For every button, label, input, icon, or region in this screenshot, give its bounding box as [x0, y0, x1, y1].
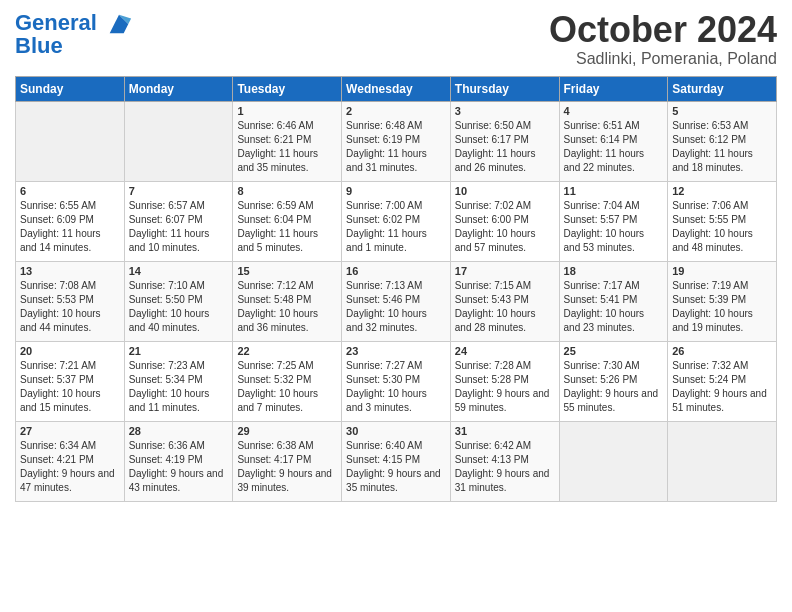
day-number: 4	[564, 105, 664, 117]
week-row-4: 20Sunrise: 7:21 AMSunset: 5:37 PMDayligh…	[16, 341, 777, 421]
day-info: Sunrise: 6:48 AMSunset: 6:19 PMDaylight:…	[346, 119, 446, 175]
calendar-cell: 8Sunrise: 6:59 AMSunset: 6:04 PMDaylight…	[233, 181, 342, 261]
calendar-cell: 2Sunrise: 6:48 AMSunset: 6:19 PMDaylight…	[342, 101, 451, 181]
day-number: 12	[672, 185, 772, 197]
day-info: Sunrise: 6:53 AMSunset: 6:12 PMDaylight:…	[672, 119, 772, 175]
calendar-cell	[16, 101, 125, 181]
day-info: Sunrise: 7:23 AMSunset: 5:34 PMDaylight:…	[129, 359, 229, 415]
calendar-cell: 23Sunrise: 7:27 AMSunset: 5:30 PMDayligh…	[342, 341, 451, 421]
calendar-cell: 5Sunrise: 6:53 AMSunset: 6:12 PMDaylight…	[668, 101, 777, 181]
day-number: 25	[564, 345, 664, 357]
day-number: 2	[346, 105, 446, 117]
day-number: 24	[455, 345, 555, 357]
day-number: 26	[672, 345, 772, 357]
calendar-cell: 22Sunrise: 7:25 AMSunset: 5:32 PMDayligh…	[233, 341, 342, 421]
week-row-2: 6Sunrise: 6:55 AMSunset: 6:09 PMDaylight…	[16, 181, 777, 261]
day-info: Sunrise: 6:50 AMSunset: 6:17 PMDaylight:…	[455, 119, 555, 175]
day-number: 6	[20, 185, 120, 197]
calendar-cell: 13Sunrise: 7:08 AMSunset: 5:53 PMDayligh…	[16, 261, 125, 341]
calendar-cell: 12Sunrise: 7:06 AMSunset: 5:55 PMDayligh…	[668, 181, 777, 261]
day-header-wednesday: Wednesday	[342, 76, 451, 101]
day-info: Sunrise: 7:25 AMSunset: 5:32 PMDaylight:…	[237, 359, 337, 415]
calendar-cell: 19Sunrise: 7:19 AMSunset: 5:39 PMDayligh…	[668, 261, 777, 341]
calendar-cell: 15Sunrise: 7:12 AMSunset: 5:48 PMDayligh…	[233, 261, 342, 341]
day-number: 14	[129, 265, 229, 277]
day-number: 28	[129, 425, 229, 437]
week-row-5: 27Sunrise: 6:34 AMSunset: 4:21 PMDayligh…	[16, 421, 777, 501]
calendar-cell: 3Sunrise: 6:50 AMSunset: 6:17 PMDaylight…	[450, 101, 559, 181]
day-info: Sunrise: 7:10 AMSunset: 5:50 PMDaylight:…	[129, 279, 229, 335]
day-number: 18	[564, 265, 664, 277]
calendar-cell: 30Sunrise: 6:40 AMSunset: 4:15 PMDayligh…	[342, 421, 451, 501]
day-number: 15	[237, 265, 337, 277]
day-number: 27	[20, 425, 120, 437]
day-info: Sunrise: 6:38 AMSunset: 4:17 PMDaylight:…	[237, 439, 337, 495]
day-info: Sunrise: 7:30 AMSunset: 5:26 PMDaylight:…	[564, 359, 664, 415]
month-title: October 2024	[549, 10, 777, 50]
calendar-cell	[124, 101, 233, 181]
logo: General Blue	[15, 10, 133, 58]
day-info: Sunrise: 7:04 AMSunset: 5:57 PMDaylight:…	[564, 199, 664, 255]
day-header-saturday: Saturday	[668, 76, 777, 101]
day-info: Sunrise: 7:02 AMSunset: 6:00 PMDaylight:…	[455, 199, 555, 255]
day-info: Sunrise: 7:27 AMSunset: 5:30 PMDaylight:…	[346, 359, 446, 415]
day-header-thursday: Thursday	[450, 76, 559, 101]
day-info: Sunrise: 7:21 AMSunset: 5:37 PMDaylight:…	[20, 359, 120, 415]
day-info: Sunrise: 6:46 AMSunset: 6:21 PMDaylight:…	[237, 119, 337, 175]
day-number: 20	[20, 345, 120, 357]
main-container: General Blue October 2024 Sadlinki, Pome…	[0, 0, 792, 507]
day-info: Sunrise: 7:12 AMSunset: 5:48 PMDaylight:…	[237, 279, 337, 335]
day-header-sunday: Sunday	[16, 76, 125, 101]
calendar-cell: 21Sunrise: 7:23 AMSunset: 5:34 PMDayligh…	[124, 341, 233, 421]
day-info: Sunrise: 6:36 AMSunset: 4:19 PMDaylight:…	[129, 439, 229, 495]
day-info: Sunrise: 6:40 AMSunset: 4:15 PMDaylight:…	[346, 439, 446, 495]
calendar-cell: 25Sunrise: 7:30 AMSunset: 5:26 PMDayligh…	[559, 341, 668, 421]
day-number: 17	[455, 265, 555, 277]
day-number: 16	[346, 265, 446, 277]
day-number: 8	[237, 185, 337, 197]
day-number: 29	[237, 425, 337, 437]
day-number: 30	[346, 425, 446, 437]
day-info: Sunrise: 7:13 AMSunset: 5:46 PMDaylight:…	[346, 279, 446, 335]
day-info: Sunrise: 6:34 AMSunset: 4:21 PMDaylight:…	[20, 439, 120, 495]
day-number: 7	[129, 185, 229, 197]
title-block: October 2024 Sadlinki, Pomerania, Poland	[549, 10, 777, 68]
calendar-cell: 29Sunrise: 6:38 AMSunset: 4:17 PMDayligh…	[233, 421, 342, 501]
day-info: Sunrise: 6:57 AMSunset: 6:07 PMDaylight:…	[129, 199, 229, 255]
calendar-cell: 7Sunrise: 6:57 AMSunset: 6:07 PMDaylight…	[124, 181, 233, 261]
day-info: Sunrise: 7:15 AMSunset: 5:43 PMDaylight:…	[455, 279, 555, 335]
day-info: Sunrise: 7:32 AMSunset: 5:24 PMDaylight:…	[672, 359, 772, 415]
calendar-cell: 4Sunrise: 6:51 AMSunset: 6:14 PMDaylight…	[559, 101, 668, 181]
day-info: Sunrise: 7:08 AMSunset: 5:53 PMDaylight:…	[20, 279, 120, 335]
day-info: Sunrise: 6:59 AMSunset: 6:04 PMDaylight:…	[237, 199, 337, 255]
week-row-1: 1Sunrise: 6:46 AMSunset: 6:21 PMDaylight…	[16, 101, 777, 181]
header: General Blue October 2024 Sadlinki, Pome…	[15, 10, 777, 68]
day-number: 22	[237, 345, 337, 357]
day-info: Sunrise: 7:17 AMSunset: 5:41 PMDaylight:…	[564, 279, 664, 335]
day-number: 11	[564, 185, 664, 197]
day-info: Sunrise: 7:19 AMSunset: 5:39 PMDaylight:…	[672, 279, 772, 335]
day-number: 19	[672, 265, 772, 277]
day-info: Sunrise: 6:51 AMSunset: 6:14 PMDaylight:…	[564, 119, 664, 175]
day-info: Sunrise: 7:28 AMSunset: 5:28 PMDaylight:…	[455, 359, 555, 415]
calendar-cell	[668, 421, 777, 501]
day-number: 10	[455, 185, 555, 197]
calendar-cell: 9Sunrise: 7:00 AMSunset: 6:02 PMDaylight…	[342, 181, 451, 261]
calendar-cell: 31Sunrise: 6:42 AMSunset: 4:13 PMDayligh…	[450, 421, 559, 501]
day-info: Sunrise: 7:06 AMSunset: 5:55 PMDaylight:…	[672, 199, 772, 255]
day-header-monday: Monday	[124, 76, 233, 101]
day-info: Sunrise: 6:55 AMSunset: 6:09 PMDaylight:…	[20, 199, 120, 255]
day-info: Sunrise: 7:00 AMSunset: 6:02 PMDaylight:…	[346, 199, 446, 255]
week-row-3: 13Sunrise: 7:08 AMSunset: 5:53 PMDayligh…	[16, 261, 777, 341]
calendar-cell: 28Sunrise: 6:36 AMSunset: 4:19 PMDayligh…	[124, 421, 233, 501]
calendar-cell: 24Sunrise: 7:28 AMSunset: 5:28 PMDayligh…	[450, 341, 559, 421]
calendar-cell: 10Sunrise: 7:02 AMSunset: 6:00 PMDayligh…	[450, 181, 559, 261]
day-info: Sunrise: 6:42 AMSunset: 4:13 PMDaylight:…	[455, 439, 555, 495]
calendar-cell	[559, 421, 668, 501]
calendar-cell: 27Sunrise: 6:34 AMSunset: 4:21 PMDayligh…	[16, 421, 125, 501]
calendar-cell: 16Sunrise: 7:13 AMSunset: 5:46 PMDayligh…	[342, 261, 451, 341]
day-number: 31	[455, 425, 555, 437]
calendar-table: SundayMondayTuesdayWednesdayThursdayFrid…	[15, 76, 777, 502]
day-header-friday: Friday	[559, 76, 668, 101]
calendar-cell: 17Sunrise: 7:15 AMSunset: 5:43 PMDayligh…	[450, 261, 559, 341]
